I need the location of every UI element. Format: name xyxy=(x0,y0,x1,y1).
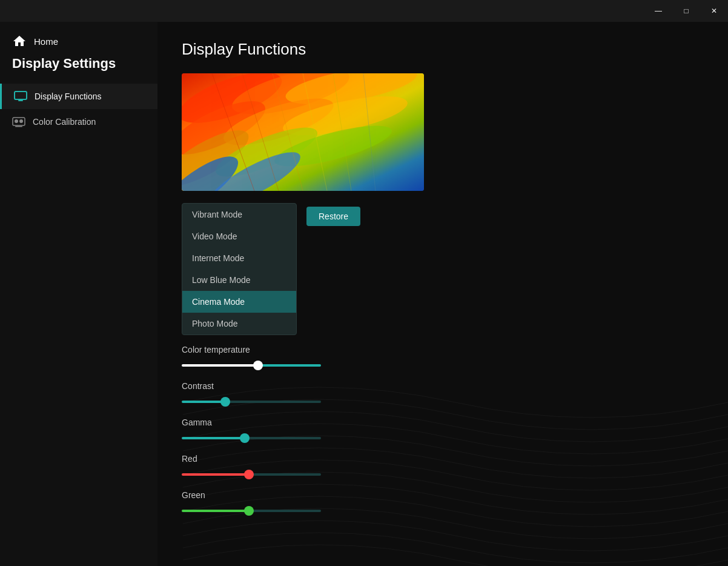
green-slider-container xyxy=(182,505,704,517)
app-title: Display Settings xyxy=(0,53,157,84)
svg-point-3 xyxy=(15,119,18,123)
svg-rect-1 xyxy=(18,100,23,101)
home-link[interactable]: Home xyxy=(0,22,157,53)
color-calibration-label: Color Calibration xyxy=(33,117,96,127)
red-label: Red xyxy=(182,454,704,464)
close-button[interactable]: ✕ xyxy=(700,0,728,22)
color-temp-label: Color temperature xyxy=(182,345,704,355)
color-temp-slider[interactable] xyxy=(182,364,321,367)
dropdown-item-photo[interactable]: Photo Mode xyxy=(182,313,296,335)
color-temp-slider-container xyxy=(182,359,704,371)
minimize-button[interactable]: — xyxy=(644,0,672,22)
preview-image xyxy=(182,73,424,191)
mode-dropdown-wrapper: Vibrant Mode Video Mode Internet Mode Lo… xyxy=(182,203,297,335)
red-slider-container xyxy=(182,468,704,481)
dropdown-item-cinema[interactable]: Cinema Mode xyxy=(182,291,296,313)
sidebar-nav: Display Functions Color Calibration xyxy=(0,84,157,135)
contrast-label: Contrast xyxy=(182,381,704,391)
gamma-slider-container xyxy=(182,432,704,444)
page-title: Display Functions xyxy=(182,40,704,59)
contrast-slider[interactable] xyxy=(182,401,321,403)
dropdown-item-vibrant[interactable]: Vibrant Mode xyxy=(182,204,296,225)
display-functions-label: Display Functions xyxy=(35,92,102,101)
color-calibration-icon xyxy=(12,116,25,127)
svg-rect-0 xyxy=(15,92,27,99)
sidebar-item-display-functions[interactable]: Display Functions xyxy=(0,84,157,109)
green-label: Green xyxy=(182,490,704,500)
title-bar: — □ ✕ xyxy=(0,0,728,22)
dropdown-item-internet[interactable]: Internet Mode xyxy=(182,247,296,269)
dropdown-item-lowblue[interactable]: Low Blue Mode xyxy=(182,269,296,291)
svg-rect-5 xyxy=(15,126,22,127)
gamma-slider[interactable] xyxy=(182,437,321,439)
mode-dropdown[interactable]: Vibrant Mode Video Mode Internet Mode Lo… xyxy=(182,203,297,335)
sidebar-item-color-calibration[interactable]: Color Calibration xyxy=(0,109,157,135)
red-slider[interactable] xyxy=(182,473,321,476)
dropdown-item-video[interactable]: Video Mode xyxy=(182,225,296,247)
svg-rect-2 xyxy=(13,118,25,125)
green-slider[interactable] xyxy=(182,510,321,512)
feather-svg xyxy=(182,73,424,191)
main-content: Display Functions xyxy=(157,22,728,566)
window-controls: — □ ✕ xyxy=(644,0,728,22)
maximize-button[interactable]: □ xyxy=(672,0,700,22)
svg-point-4 xyxy=(19,119,23,123)
monitor-icon xyxy=(14,91,27,102)
gamma-label: Gamma xyxy=(182,418,704,427)
sliders-section: Color temperature Contrast Gamma Red Gre… xyxy=(182,345,704,517)
home-label: Home xyxy=(34,36,58,47)
app-container: Home Display Settings Display Functions xyxy=(0,22,728,566)
sidebar: Home Display Settings Display Functions xyxy=(0,22,157,566)
home-icon xyxy=(12,34,27,48)
dropdown-row: Vibrant Mode Video Mode Internet Mode Lo… xyxy=(182,203,704,335)
contrast-slider-container xyxy=(182,396,704,408)
restore-button[interactable]: Restore xyxy=(306,207,360,226)
